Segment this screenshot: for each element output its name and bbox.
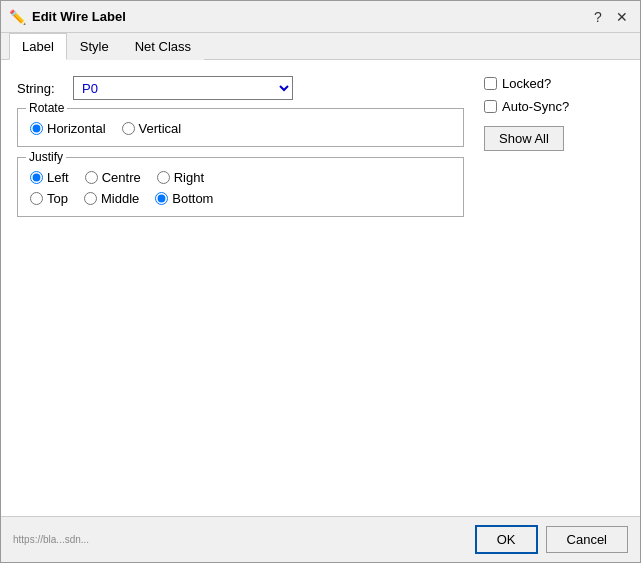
justify-row2: Top Middle Bottom [30, 191, 451, 206]
string-input[interactable]: P0 [73, 76, 293, 100]
rotate-vertical[interactable]: Vertical [122, 121, 182, 136]
justify-centre[interactable]: Centre [85, 170, 141, 185]
justify-centre-radio[interactable] [85, 171, 98, 184]
justify-top-radio[interactable] [30, 192, 43, 205]
ok-button[interactable]: OK [475, 525, 538, 554]
title-bar-left: ✏️ Edit Wire Label [9, 9, 126, 25]
locked-label: Locked? [502, 76, 551, 91]
show-all-button[interactable]: Show All [484, 126, 564, 151]
footer-url: https://bla...sdn... [13, 534, 89, 545]
left-panel: String: P0 Rotate Horizontal [17, 76, 464, 500]
tab-label[interactable]: Label [9, 33, 67, 60]
justify-left[interactable]: Left [30, 170, 69, 185]
justify-right-radio[interactable] [157, 171, 170, 184]
string-label: String: [17, 81, 65, 96]
dialog-body: String: P0 Rotate Horizontal [1, 60, 640, 516]
justify-middle-radio[interactable] [84, 192, 97, 205]
auto-sync-label: Auto-Sync? [502, 99, 569, 114]
rotate-horizontal[interactable]: Horizontal [30, 121, 106, 136]
justify-group: Justify Left Centre Right [17, 157, 464, 217]
string-row: String: P0 [17, 76, 464, 100]
dialog-title: Edit Wire Label [32, 9, 126, 24]
edit-wire-label-dialog: ✏️ Edit Wire Label ? ✕ Label Style Net C… [0, 0, 641, 563]
auto-sync-checkbox-row[interactable]: Auto-Sync? [484, 99, 624, 114]
wire-label-icon: ✏️ [9, 9, 26, 25]
rotate-group-label: Rotate [26, 101, 67, 115]
string-input-wrapper: P0 [73, 76, 293, 100]
justify-bottom-radio[interactable] [155, 192, 168, 205]
rotate-options: Horizontal Vertical [30, 121, 451, 136]
justify-middle[interactable]: Middle [84, 191, 139, 206]
justify-group-label: Justify [26, 150, 66, 164]
justify-top[interactable]: Top [30, 191, 68, 206]
close-button[interactable]: ✕ [612, 7, 632, 27]
justify-bottom[interactable]: Bottom [155, 191, 213, 206]
tabs-bar: Label Style Net Class [1, 33, 640, 60]
tab-netclass[interactable]: Net Class [122, 33, 204, 60]
rotate-horizontal-radio[interactable] [30, 122, 43, 135]
content-area: String: P0 Rotate Horizontal [17, 76, 624, 500]
locked-checkbox[interactable] [484, 77, 497, 90]
auto-sync-checkbox[interactable] [484, 100, 497, 113]
cancel-button[interactable]: Cancel [546, 526, 628, 553]
justify-left-radio[interactable] [30, 171, 43, 184]
justify-row1: Left Centre Right [30, 170, 451, 185]
locked-checkbox-row[interactable]: Locked? [484, 76, 624, 91]
help-button[interactable]: ? [588, 7, 608, 27]
title-bar: ✏️ Edit Wire Label ? ✕ [1, 1, 640, 33]
rotate-group: Rotate Horizontal Vertical [17, 108, 464, 147]
rotate-vertical-radio[interactable] [122, 122, 135, 135]
title-bar-right: ? ✕ [588, 7, 632, 27]
tab-style[interactable]: Style [67, 33, 122, 60]
dialog-footer: https://bla...sdn... OK Cancel [1, 516, 640, 562]
right-panel: Locked? Auto-Sync? Show All [484, 76, 624, 500]
justify-right[interactable]: Right [157, 170, 204, 185]
